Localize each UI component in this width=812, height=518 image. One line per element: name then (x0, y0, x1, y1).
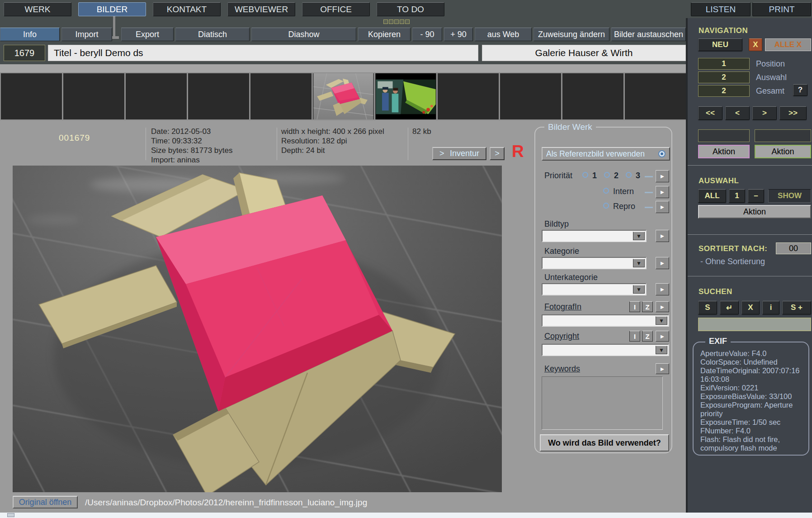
unterkategorie-dropdown[interactable]: ▼ (542, 283, 647, 295)
copyright-go-button[interactable]: ► (656, 331, 669, 342)
top-tab-office[interactable]: OFFICE (302, 2, 370, 16)
nav-input-left[interactable] (698, 129, 750, 142)
top-tab-webviewer[interactable]: WEBVIEWER (227, 2, 295, 16)
keywords-textarea[interactable] (542, 376, 663, 430)
toolbar-rotate-minus-90[interactable]: - 90 (412, 28, 442, 41)
repro-go-button[interactable]: ► (656, 201, 669, 213)
keywords-go-button[interactable]: ► (656, 363, 669, 374)
listen-button[interactable]: LISTEN (691, 2, 751, 16)
search-button[interactable]: S (698, 301, 717, 314)
toolbar-aus-web[interactable]: aus Web (475, 28, 532, 41)
next-record-button[interactable]: > (752, 106, 777, 120)
toolbar-zuweisung-aendern[interactable]: Zuweisung ändern (533, 28, 609, 41)
search-plus-button[interactable]: S + (782, 301, 811, 314)
unterkategorie-go-button[interactable]: ► (656, 283, 669, 295)
kategorie-go-button[interactable]: ► (656, 257, 669, 269)
print-button[interactable]: PRINT (752, 2, 811, 16)
neu-button[interactable]: NEU (698, 38, 742, 51)
position-value-field[interactable]: 1 (698, 58, 750, 70)
fotografin-dropdown[interactable]: ▼ (542, 314, 669, 327)
top-tab-werk[interactable]: WERK (4, 2, 71, 16)
reference-image-button[interactable]: Als Referenzbild verwenden (542, 147, 670, 161)
aktion-left-button[interactable]: Aktion (698, 145, 750, 158)
toolbar-diashow[interactable]: Diashow (251, 28, 356, 41)
inventur-button[interactable]: > Inventur (432, 147, 486, 160)
top-tab-todo[interactable]: TO DO (377, 2, 444, 16)
priority-2-radio-icon[interactable] (604, 172, 610, 178)
priority-3-radio-icon[interactable] (626, 172, 632, 178)
gallery-field[interactable]: Galerie Hauser & Wirth (482, 45, 686, 61)
dropdown-arrow-icon[interactable]: ▼ (633, 259, 645, 267)
bildtyp-go-button[interactable]: ► (656, 230, 669, 242)
last-record-button[interactable]: >> (779, 106, 807, 120)
intern-go-button[interactable]: ► (656, 186, 669, 198)
resize-handle-icon[interactable] (7, 513, 14, 517)
toolbar-diatisch[interactable]: Diatisch (175, 28, 250, 41)
top-tab-kontakt[interactable]: KONTAKT (153, 2, 221, 16)
fotografin-go-button[interactable]: ► (656, 301, 669, 312)
minus-button[interactable]: – (748, 189, 764, 203)
search-clear-button[interactable]: X (741, 301, 760, 314)
thumbnail-slot[interactable] (625, 73, 686, 119)
priority-go-button[interactable]: ► (656, 170, 669, 182)
priority-1-radio-icon[interactable] (582, 172, 588, 178)
toolbar-export[interactable]: Export (121, 28, 174, 41)
sort-value-field[interactable]: 00 (776, 242, 811, 254)
search-enter-button[interactable]: ↵ (720, 301, 739, 314)
copyright-i-button[interactable]: I (629, 331, 640, 342)
fotografin-z-button[interactable]: Z (642, 301, 653, 312)
copyright-dropdown[interactable]: ▼ (542, 344, 669, 356)
bildtyp-dropdown[interactable]: ▼ (542, 230, 647, 242)
aktion-right-button[interactable]: Aktion (755, 145, 811, 158)
thumbnail-slot[interactable] (1, 73, 62, 119)
verwendet-button[interactable]: Wo wird das Bild verwendet? (540, 434, 669, 451)
top-tab-bilder[interactable]: BILDER (78, 2, 146, 16)
gesamt-value-field[interactable]: 2 (698, 85, 750, 97)
thumbnail-slot[interactable] (250, 73, 312, 119)
thumbnail-slot[interactable] (562, 73, 623, 119)
all-button[interactable]: ALL (698, 189, 726, 203)
dropdown-arrow-icon[interactable]: ▼ (633, 285, 645, 294)
inventur-next-button[interactable]: > (490, 147, 505, 160)
divider (688, 234, 812, 235)
radio-selected-icon[interactable] (658, 150, 666, 157)
previous-record-button[interactable]: < (725, 106, 750, 120)
image-dimensions-block: width x height: 400 x 266 pixel Resoluti… (281, 127, 384, 155)
thumbnail-second-image[interactable] (375, 73, 436, 119)
thumbnail-slot[interactable] (500, 73, 561, 119)
dropdown-arrow-icon[interactable]: ▼ (656, 346, 667, 354)
thumbnail-slot[interactable] (438, 73, 499, 119)
one-button[interactable]: 1 (729, 189, 745, 203)
show-button[interactable]: SHOW (768, 189, 811, 203)
thumbnail-slot[interactable] (63, 73, 124, 119)
copyright-z-button[interactable]: Z (642, 331, 653, 342)
dropdown-arrow-icon[interactable]: ▼ (656, 316, 667, 325)
divider (408, 128, 408, 160)
nav-input-right[interactable] (755, 129, 811, 142)
search-input[interactable] (698, 318, 811, 331)
toolbar-import[interactable]: Import (61, 28, 112, 41)
dropdown-arrow-icon[interactable]: ▼ (633, 232, 645, 240)
toolbar-bilder-austauschen[interactable]: Bilder austauschen (611, 28, 686, 41)
help-button[interactable]: ? (793, 84, 807, 96)
repro-radio-icon[interactable] (603, 203, 609, 209)
auswahl-aktion-button[interactable]: Aktion (698, 205, 811, 219)
first-record-button[interactable]: << (698, 106, 722, 120)
clear-x-button[interactable]: X (749, 38, 762, 51)
title-field[interactable]: Titel - beryll Demo ds (48, 45, 478, 61)
toolbar-kopieren[interactable]: Kopieren (358, 28, 411, 41)
thumbnail-slot[interactable] (126, 73, 187, 119)
thumbnail-current-image[interactable] (313, 73, 374, 119)
toolbar-rotate-plus-90[interactable]: + 90 (444, 28, 473, 41)
record-number-field[interactable]: 1679 (4, 45, 45, 61)
toolbar-info[interactable]: Info (0, 28, 60, 41)
search-info-button[interactable]: i (762, 301, 779, 314)
intern-radio-icon[interactable] (603, 188, 609, 194)
open-original-button[interactable]: Original öffnen (13, 496, 78, 508)
alle-x-button[interactable]: ALLE X (765, 38, 811, 51)
kategorie-dropdown[interactable]: ▼ (542, 257, 647, 269)
main-image (13, 166, 502, 492)
auswahl-value-field[interactable]: 2 (698, 71, 750, 83)
fotografin-i-button[interactable]: I (629, 301, 640, 312)
thumbnail-slot[interactable] (188, 73, 249, 119)
